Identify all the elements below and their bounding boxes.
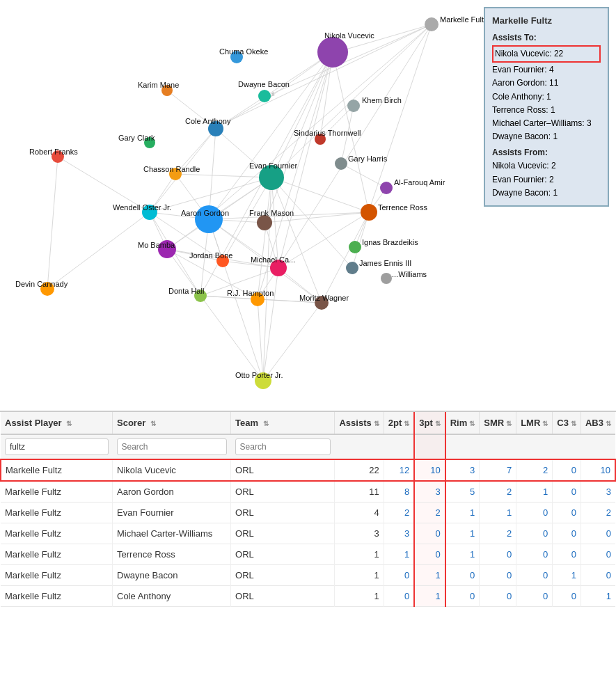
search-scorer-input[interactable] — [117, 438, 227, 455]
table-cell: 10 — [581, 459, 615, 481]
col-header-team[interactable]: Team ⇅ — [231, 412, 335, 434]
label-fultz: Markelle Fultz — [440, 15, 488, 24]
label-ennis: James Ennis III — [359, 259, 411, 267]
label-gordon: Aaron Gordon — [181, 209, 229, 217]
table-cell: 1 — [335, 544, 384, 565]
sort-icon-c3: ⇅ — [571, 420, 576, 427]
table-header-row: Assist Player ⇅ Scorer ⇅ Team ⇅ Assists⇅… — [1, 412, 615, 434]
svg-line-71 — [47, 212, 150, 289]
col-header-assist-player[interactable]: Assist Player ⇅ — [1, 412, 113, 434]
col-header-c3[interactable]: C3⇅ — [553, 412, 581, 434]
table-cell: Markelle Fultz — [1, 459, 113, 481]
table-cell: 0 — [480, 544, 516, 565]
table-cell: 1 — [445, 503, 480, 523]
label-brazdeikis: Ignas Brazdeikis — [362, 238, 418, 246]
table-row[interactable]: Markelle FultzMichael Carter-WilliamsORL… — [1, 523, 615, 544]
node-williams[interactable] — [381, 273, 392, 284]
node-ross[interactable] — [361, 204, 377, 221]
table-cell: 0 — [553, 503, 581, 523]
search-team-cell — [231, 434, 335, 459]
node-amir[interactable] — [380, 182, 393, 194]
table-cell: 5 — [445, 481, 480, 503]
col-header-assists[interactable]: Assists⇅ — [335, 412, 384, 434]
node-bacon[interactable] — [258, 90, 271, 102]
label-hall: Donta Hall — [168, 287, 204, 295]
table-cell: 8 — [384, 481, 414, 503]
table-row[interactable]: Markelle FultzDwayne BaconORL10100010 — [1, 565, 615, 586]
label-birch: Khem Birch — [362, 96, 402, 104]
table-cell: 1 — [445, 544, 480, 565]
sort-icon-assists: ⇅ — [374, 420, 379, 427]
table-cell: ORL — [231, 503, 335, 523]
table-cell: 10 — [414, 459, 445, 481]
table-row[interactable]: Markelle FultzNikola VucevicORL221210372… — [1, 459, 615, 481]
table-body: Markelle FultzNikola VucevicORL221210372… — [1, 459, 615, 607]
table-cell: 2 — [384, 503, 414, 523]
node-fultz[interactable] — [425, 17, 439, 31]
tooltip-entry: Evan Fournier: 2 — [492, 173, 601, 187]
table-cell: 0 — [581, 544, 615, 565]
col-header-ab3[interactable]: AB3⇅ — [581, 412, 615, 434]
label-amir: Al-Farouq Amir — [394, 178, 445, 187]
table-cell: 1 — [516, 481, 553, 503]
table-cell: 0 — [516, 544, 553, 565]
search-team-input[interactable] — [235, 438, 331, 455]
label-mane: Karim Mane — [138, 81, 179, 89]
table-cell: 4 — [335, 503, 384, 523]
table-cell: 1 — [480, 503, 516, 523]
table-cell: Markelle Fultz — [1, 586, 113, 607]
node-harris[interactable] — [335, 157, 347, 170]
label-harris: Gary Harris — [348, 155, 388, 163]
table-row[interactable]: Markelle FultzEvan FournierORL42211002 — [1, 503, 615, 523]
label-ross: Terrence Ross — [378, 203, 427, 212]
tooltip-assists-to-list: Evan Fournier: 4 Aaron Gordon: 11 Cole A… — [492, 63, 601, 143]
table-cell: 0 — [414, 523, 445, 544]
table-cell: Terrence Ross — [113, 544, 231, 565]
table-cell: Markelle Fultz — [1, 565, 113, 586]
node-vucevic[interactable] — [317, 37, 348, 68]
node-birch[interactable] — [347, 100, 360, 112]
table-cell: 1 — [414, 565, 445, 586]
data-table: Assist Player ⇅ Scorer ⇅ Team ⇅ Assists⇅… — [0, 411, 616, 607]
label-clark: Gary Clark — [118, 134, 155, 142]
label-bamba: Mo Bamba — [138, 241, 175, 249]
svg-line-42 — [322, 212, 369, 303]
table-cell: ORL — [231, 586, 335, 607]
tooltip-entry: Dwayne Bacon: 1 — [492, 187, 601, 200]
table-row[interactable]: Markelle FultzTerrence RossORL11010000 — [1, 544, 615, 565]
label-bone: Jordan Bone — [189, 251, 232, 260]
sort-icon-rim: ⇅ — [469, 420, 475, 427]
table-cell: 0 — [414, 544, 445, 565]
table-cell: 1 — [581, 586, 615, 607]
col-header-lmr[interactable]: LMR⇅ — [516, 412, 553, 434]
col-header-smr[interactable]: SMR⇅ — [480, 412, 516, 434]
table-cell: ORL — [231, 523, 335, 544]
table-cell: 1 — [553, 565, 581, 586]
table-cell: Evan Fournier — [113, 503, 231, 523]
table-row[interactable]: Markelle FultzAaron GordonORL118352103 — [1, 481, 615, 503]
table-cell: 2 — [414, 503, 445, 523]
sort-icon-lmr: ⇅ — [542, 420, 548, 427]
label-thornwell: Sindarius Thornwell — [294, 129, 361, 137]
label-cannady: Devin Cannady — [15, 280, 68, 288]
table-cell: 0 — [516, 565, 553, 586]
search-assist-player-input[interactable] — [5, 438, 109, 455]
label-oster: Wendell Oster Jr. — [113, 203, 171, 212]
col-header-rim[interactable]: Rim⇅ — [445, 412, 480, 434]
label-wagner: Moritz Wagner — [299, 294, 349, 302]
node-ennis[interactable] — [346, 262, 358, 274]
table-cell: Cole Anthony — [113, 586, 231, 607]
table-cell: 11 — [335, 481, 384, 503]
table-cell: 0 — [384, 565, 414, 586]
table-cell: ORL — [231, 459, 335, 481]
col-header-scorer[interactable]: Scorer ⇅ — [113, 412, 231, 434]
tooltip-assists-from-list: Nikola Vucevic: 2 Evan Fournier: 2 Dwayn… — [492, 159, 601, 200]
svg-line-68 — [200, 296, 263, 381]
table-cell: 12 — [384, 459, 414, 481]
node-mason[interactable] — [257, 215, 272, 230]
table-cell: 0 — [445, 586, 480, 607]
node-brazdeikis[interactable] — [349, 241, 361, 253]
table-row[interactable]: Markelle FultzCole AnthonyORL10100001 — [1, 586, 615, 607]
col-header-3pt[interactable]: 3pt⇅ — [414, 412, 445, 434]
col-header-2pt[interactable]: 2pt⇅ — [384, 412, 414, 434]
